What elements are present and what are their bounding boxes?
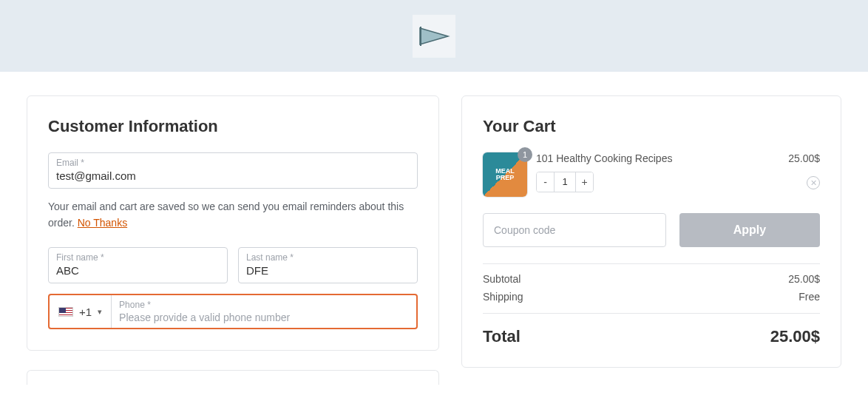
remove-item-button[interactable]: ✕: [807, 176, 820, 189]
last-name-input[interactable]: [246, 263, 410, 277]
pennant-icon: [417, 25, 451, 47]
phone-label: Phone *: [119, 300, 409, 310]
email-field[interactable]: Email *: [48, 152, 418, 189]
customer-info-card: Customer Information Email * Your email …: [27, 95, 439, 351]
subtotal-row: Subtotal 25.00$: [483, 264, 820, 285]
customer-info-title: Customer Information: [48, 117, 418, 136]
no-thanks-link[interactable]: No Thanks: [78, 217, 127, 229]
qty-decrease-button[interactable]: -: [537, 172, 555, 192]
phone-field[interactable]: +1 ▾ Phone * Please provide a valid phon…: [48, 294, 418, 329]
qty-increase-button[interactable]: +: [575, 172, 593, 192]
apply-coupon-button[interactable]: Apply: [679, 213, 820, 247]
first-name-label: First name *: [56, 252, 220, 263]
shipping-row: Shipping Free: [483, 285, 820, 313]
logo: [413, 15, 455, 58]
total-label: Total: [483, 327, 521, 346]
next-section-card: [27, 370, 439, 385]
total-value: 25.00$: [770, 327, 820, 346]
subtotal-label: Subtotal: [483, 273, 521, 285]
country-code: +1: [79, 306, 92, 318]
product-name: 101 Healthy Cooking Recipes: [536, 152, 820, 164]
close-icon: ✕: [810, 178, 817, 188]
country-code-selector[interactable]: +1 ▾: [50, 295, 112, 328]
quantity-badge: 1: [518, 147, 532, 162]
reminder-text: Your email and cart are saved so we can …: [48, 199, 418, 231]
qty-value: 1: [555, 172, 575, 192]
thumb-text-2: PREP: [496, 175, 515, 181]
product-price: 25.00$: [788, 152, 820, 164]
quantity-stepper[interactable]: - 1 +: [536, 172, 594, 192]
email-input[interactable]: [56, 168, 410, 182]
cart-title: Your Cart: [483, 117, 820, 136]
svg-marker-0: [420, 28, 448, 44]
first-name-field[interactable]: First name *: [48, 247, 228, 283]
last-name-label: Last name *: [246, 252, 410, 263]
subtotal-value: 25.00$: [788, 273, 820, 285]
total-row: Total 25.00$: [483, 314, 820, 346]
phone-error-text: Please provide a valid phone number: [119, 310, 409, 323]
cart-card: Your Cart MEAL PREP 1 101 Healthy Cookin…: [461, 95, 841, 368]
email-label: Email *: [56, 158, 410, 168]
us-flag-icon: [58, 307, 73, 317]
cart-item: MEAL PREP 1 101 Healthy Cooking Recipes …: [483, 152, 820, 197]
header-banner: [0, 0, 868, 72]
shipping-value: Free: [799, 291, 820, 303]
first-name-input[interactable]: [56, 263, 220, 277]
coupon-input[interactable]: [483, 213, 666, 247]
chevron-down-icon: ▾: [98, 307, 102, 317]
shipping-label: Shipping: [483, 291, 523, 303]
last-name-field[interactable]: Last name *: [238, 247, 418, 283]
